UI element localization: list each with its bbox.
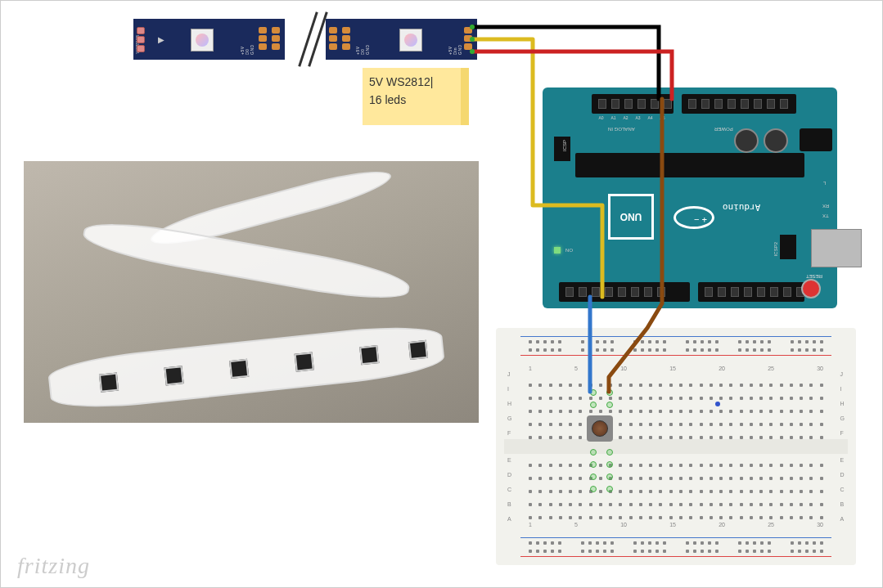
stray-dot xyxy=(715,402,720,406)
analog-in-label: ANALOG IN xyxy=(608,127,635,132)
power-label: POWER xyxy=(714,127,733,132)
icsp2-header xyxy=(780,235,796,259)
diagram-canvas: WS2812B ▶ +5V D0 GND xyxy=(0,0,883,588)
reset-button xyxy=(801,279,821,298)
flow-arrow-icon: ▶ xyxy=(158,35,164,44)
uno-label: UNO xyxy=(608,194,654,240)
reference-photo xyxy=(24,161,479,423)
sticky-line2: 16 leds xyxy=(369,91,454,109)
strip-output-pads xyxy=(464,25,474,53)
sticky-line1: 5V WS2812| xyxy=(369,73,454,91)
ws2812-led-strip: WS2812B ▶ +5V D0 GND xyxy=(133,19,477,60)
power-on-led xyxy=(554,247,561,254)
pad-label-gnd: GND xyxy=(250,24,255,55)
led-chip xyxy=(399,29,422,52)
reset-label: RESET xyxy=(806,274,822,279)
push-button xyxy=(587,415,613,442)
usb-port xyxy=(811,229,862,267)
breadboard: 151015202530 151015202530 JIHGFEDCBA JIH… xyxy=(496,328,856,565)
atmega-chip xyxy=(575,153,804,177)
arduino-logo-icon xyxy=(674,206,714,229)
arduino-brand-label: Arduino xyxy=(723,202,760,213)
fritzing-watermark: fritzing xyxy=(17,553,90,579)
sticky-note: 5V WS2812| 16 leds xyxy=(363,68,469,125)
arduino-uno-board: A0A1 A2A3 A4A5 ANALOG IN POWER UNO Ardui… xyxy=(543,88,837,308)
dc-barrel-jack xyxy=(800,128,832,151)
led-chip xyxy=(191,29,214,52)
